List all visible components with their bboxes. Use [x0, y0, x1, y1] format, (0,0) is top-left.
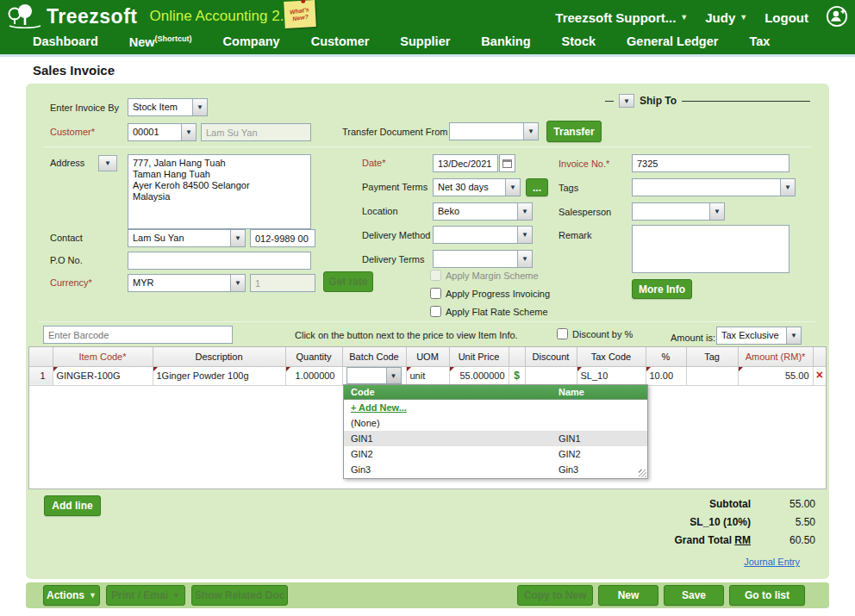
discount-cell[interactable] — [525, 366, 577, 385]
remark-textarea[interactable] — [632, 225, 789, 273]
tags-select[interactable]: ▼ — [632, 178, 796, 196]
logout-link[interactable]: Logout — [765, 10, 808, 25]
quantity-cell[interactable]: 1.000000 — [285, 366, 342, 385]
nav-general-ledger[interactable]: General Ledger — [627, 34, 718, 49]
tax-code-cell[interactable]: SL_10 — [577, 366, 646, 385]
contact-select[interactable]: Lam Su Yan▼ — [128, 229, 246, 247]
nav-company[interactable]: Company — [223, 34, 280, 49]
customer-label: Customer* — [50, 127, 95, 137]
batch-option-gin2[interactable]: GIN2GIN2 — [344, 446, 647, 462]
section-divider — [43, 146, 812, 147]
col-quantity: Quantity — [285, 347, 342, 366]
delivery-terms-select[interactable]: ▼ — [433, 250, 533, 268]
brand-name: Treezsoft — [47, 5, 137, 28]
support-menu[interactable]: Treezsoft Support...▼ — [555, 10, 688, 25]
salesperson-select[interactable]: ▼ — [632, 202, 725, 221]
dollar-icon[interactable]: $ — [514, 370, 520, 382]
tag-cell[interactable] — [686, 366, 738, 385]
invoice-no-field[interactable] — [632, 154, 789, 172]
address-textarea[interactable]: 777, Jalan Hang Tuah Taman Hang Tuah Aye… — [128, 154, 311, 229]
enter-invoice-by-select[interactable]: Stock Item▼ — [128, 98, 208, 116]
chevron-down-icon: ▼ — [523, 123, 538, 140]
amount-is-label: Amount is: — [671, 333, 715, 343]
amount-is-select[interactable]: Tax Exclusive▼ — [716, 327, 802, 345]
col-batch-code: Batch Code — [342, 347, 406, 366]
delete-row-icon[interactable]: × — [816, 368, 823, 382]
nav-tax[interactable]: Tax — [749, 34, 770, 49]
apply-flat-rate-scheme-checkbox[interactable]: Apply Flat Rate Scheme — [430, 306, 548, 317]
payment-terms-select[interactable]: Net 30 days▼ — [433, 178, 521, 196]
journal-entry-link[interactable]: Journal Entry — [744, 557, 800, 567]
uom-cell[interactable]: unit — [406, 366, 449, 385]
nav-banking[interactable]: Banking — [481, 34, 530, 49]
product-name: Online Accounting 2.0 — [149, 8, 291, 25]
batch-option-gin3[interactable]: Gin3Gin3 — [344, 462, 647, 477]
item-code-cell[interactable]: GINGER-100G — [53, 366, 153, 385]
tags-label: Tags — [559, 183, 578, 193]
location-select[interactable]: Beko▼ — [433, 202, 533, 221]
save-button[interactable]: Save — [664, 585, 724, 606]
chevron-down-icon: ▼ — [517, 251, 532, 267]
chevron-down-icon: ▼ — [709, 203, 724, 220]
nav-supplier[interactable]: Supplier — [400, 34, 450, 49]
chevron-down-icon: ▼ — [505, 179, 520, 196]
customer-code-select[interactable]: 00001▼ — [128, 123, 197, 141]
batch-code-cell[interactable]: ▼ — [342, 366, 406, 385]
batch-code-select[interactable]: ▼ — [346, 367, 402, 384]
currency-select[interactable]: MYR▼ — [128, 274, 246, 292]
delivery-method-select[interactable]: ▼ — [433, 226, 533, 244]
add-line-button[interactable]: Add line — [44, 495, 101, 516]
transfer-document-select[interactable]: ▼ — [449, 122, 539, 140]
currency-rate-field — [250, 274, 315, 292]
description-cell[interactable]: 1Ginger Powder 100g — [153, 366, 285, 385]
discount-by-percent-checkbox[interactable]: Discount by % — [557, 328, 633, 339]
chevron-down-icon: ▼ — [680, 13, 688, 22]
calendar-icon[interactable] — [499, 154, 515, 172]
col-unit-price: Unit Price — [449, 347, 509, 366]
ship-to-toggle-button[interactable]: ▼ — [619, 94, 634, 108]
add-user-icon[interactable] — [826, 5, 848, 29]
batch-option-none[interactable]: (None) — [344, 415, 647, 431]
col-uom: UOM — [406, 347, 449, 366]
row-number: 1 — [29, 366, 53, 385]
unit-price-cell[interactable]: 55.000000 — [449, 366, 509, 385]
grand-total-currency[interactable]: RM — [734, 534, 751, 546]
nav-customer[interactable]: Customer — [311, 34, 370, 49]
grand-total-label: Grand Total — [675, 534, 732, 546]
address-select-button[interactable]: ▼ — [98, 155, 117, 171]
contact-phone-field[interactable] — [250, 229, 315, 247]
col-tag: Tag — [686, 347, 738, 366]
transfer-document-from-label: Transfer Document From — [342, 127, 447, 137]
logo-row: Treezsoft Online Accounting 2.0 — [7, 2, 292, 31]
footer-action-bar: Actions▼ Print / Emai▼ Show Related Doc … — [26, 582, 829, 608]
percent-cell[interactable]: 10.00 — [646, 366, 686, 385]
resize-grip[interactable] — [639, 470, 646, 477]
chevron-down-icon: ▼ — [230, 230, 245, 246]
nav-stock[interactable]: Stock — [562, 34, 596, 49]
ship-to-section: ▼ Ship To — [605, 94, 810, 108]
subtotal-row: Subtotal 55.00 — [604, 495, 815, 513]
po-no-label: P.O No. — [50, 255, 83, 265]
batch-col-code: Code — [344, 387, 552, 397]
batch-option-gin1[interactable]: GIN1GIN1 — [344, 431, 647, 446]
new-button[interactable]: New — [598, 585, 658, 606]
barcode-input[interactable] — [43, 326, 233, 344]
apply-progress-invoicing-checkbox[interactable]: Apply Progress Invoicing — [430, 288, 550, 299]
transfer-button[interactable]: Transfer — [546, 121, 602, 142]
nav-new[interactable]: New(Shortcut) — [129, 34, 192, 49]
nav-dashboard[interactable]: Dashboard — [33, 34, 98, 49]
go-to-list-button[interactable]: Go to list — [729, 585, 805, 606]
batch-option-add-new[interactable]: + Add New... — [344, 400, 647, 415]
price-hint-text: Click on the button next to the price to… — [295, 330, 518, 340]
amount-cell[interactable]: 55.00 — [738, 366, 813, 385]
whats-new-note[interactable]: What's New? — [284, 0, 316, 28]
show-related-doc-button: Show Related Doc — [191, 585, 288, 606]
more-info-button[interactable]: More Info — [632, 279, 692, 299]
payment-terms-more-button[interactable]: ... — [526, 178, 548, 196]
chevron-down-icon: ▼ — [386, 368, 401, 383]
actions-button[interactable]: Actions▼ — [43, 585, 100, 606]
invoice-form-panel: ▼ Ship To Enter Invoice By Stock Item▼ C… — [26, 84, 829, 579]
po-no-field[interactable] — [128, 252, 311, 270]
date-field[interactable] — [433, 154, 498, 172]
user-menu[interactable]: Judy▼ — [705, 10, 747, 25]
